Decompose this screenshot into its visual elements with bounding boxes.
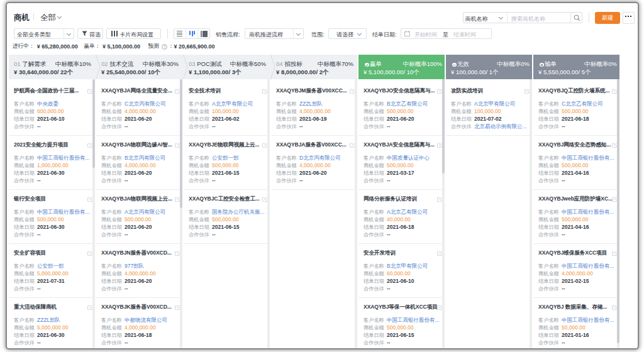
svg-text:?: ? [163, 44, 165, 48]
